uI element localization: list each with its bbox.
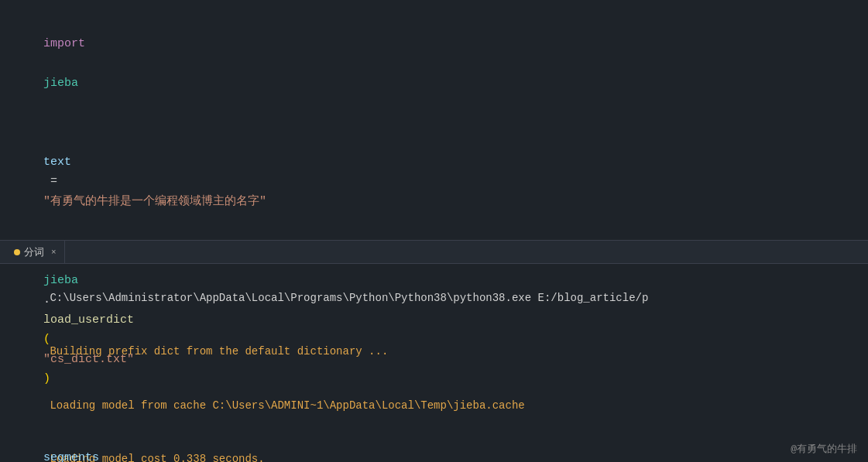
empty-line-3 — [15, 409, 853, 429]
module-jieba: jieba — [43, 77, 78, 90]
paren-open: ( — [43, 333, 50, 346]
code-line-load-userdict: jieba . load_userdict ( "cs_dict.txt" ) — [15, 251, 853, 409]
string-dict-file: "cs_dict.txt" — [43, 353, 134, 366]
code-line-text-assign: text = "有勇气的牛排是一个编程领域博主的名字" — [15, 132, 853, 231]
code-line-segments: segments = jieba . lcut (text) — [15, 429, 853, 463]
func-load-userdict: load_userdict — [43, 313, 134, 327]
empty-line-1 — [15, 113, 853, 133]
code-line-import: import jieba — [15, 14, 853, 113]
watermark: @有勇气的牛排 — [791, 442, 857, 456]
paren-close: ) — [43, 372, 50, 385]
var-segments: segments — [43, 451, 99, 462]
empty-line-2 — [15, 231, 853, 252]
string-text-value: "有勇气的牛排是一个编程领域博主的名字" — [43, 195, 266, 208]
editor-area: import jieba text = "有勇气的牛排是一个编程领域博主的名字"… — [0, 0, 868, 240]
var-text: text — [43, 156, 71, 169]
module-jieba-2: jieba — [43, 274, 78, 287]
keyword-import: import — [43, 37, 85, 50]
